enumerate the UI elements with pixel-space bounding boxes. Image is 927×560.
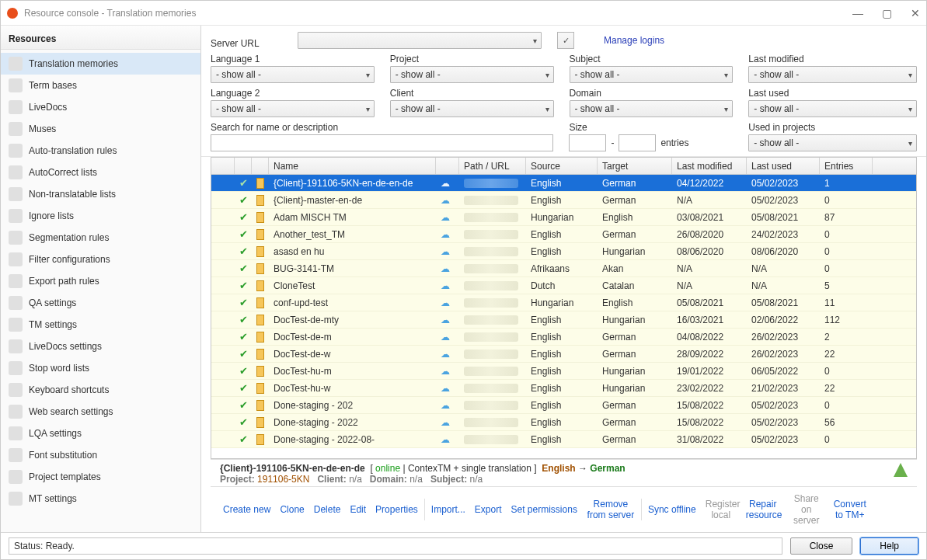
table-row[interactable]: ✔DocTest-de-mty☁EnglishHungarian16/03/20… — [211, 311, 916, 329]
sidebar-item-font-substitution[interactable]: Font substitution — [1, 444, 200, 466]
sidebar-item-label: MT settings — [29, 493, 77, 504]
col-source[interactable]: Source — [526, 158, 598, 174]
sidebar-item-ignore-lists[interactable]: Ignore lists — [1, 205, 200, 227]
client-combo[interactable]: - show all - — [390, 100, 554, 117]
table-row[interactable]: ✔{Client}-master-en-de☁EnglishGermanN/A0… — [211, 192, 916, 209]
cloud-icon: ☁ — [441, 280, 450, 291]
sidebar-item-tm-settings[interactable]: TM settings — [1, 314, 200, 336]
server-url-combo[interactable] — [298, 32, 542, 49]
sidebar-item-label: Filter configurations — [29, 254, 110, 265]
titlebar: Resource console - Translation memories … — [1, 1, 926, 26]
cloud-icon: ☁ — [441, 246, 450, 257]
delete-button[interactable]: Delete — [311, 504, 344, 515]
repair-resource-button[interactable]: Repair resource — [743, 499, 783, 520]
sidebar-item-label: QA settings — [29, 297, 76, 308]
create-new-button[interactable]: Create new — [220, 504, 274, 515]
autotrans-icon — [9, 144, 23, 158]
col-name[interactable]: Name — [269, 158, 436, 174]
col-modified[interactable]: Last modified — [672, 158, 747, 174]
table-row[interactable]: ✔DocTest-hu-m☁EnglishHungarian19/01/2022… — [211, 363, 916, 380]
edit-icon — [256, 349, 264, 360]
checkmark-icon: ✔ — [239, 228, 248, 240]
table-row[interactable]: ✔{Client}-191106-5KN-en-de-en-de☁English… — [211, 175, 916, 192]
set-permissions-button[interactable]: Set permissions — [508, 504, 580, 515]
sidebar-item-muses[interactable]: Muses — [1, 118, 200, 140]
sidebar-item-filter-configurations[interactable]: Filter configurations — [1, 249, 200, 270]
table-row[interactable]: ✔Another_test_TM☁EnglishGerman26/08/2020… — [211, 226, 916, 243]
language2-combo[interactable]: - show all - — [211, 100, 375, 117]
sidebar-item-non-translatable-lists[interactable]: Non-translatable lists — [1, 183, 200, 205]
col-entries[interactable]: Entries — [820, 158, 873, 174]
last-modified-combo[interactable]: - show all - — [748, 66, 917, 83]
col-path[interactable]: Path / URL — [459, 158, 526, 174]
cell-used: 06/05/2022 — [747, 363, 820, 379]
sync-offline-button[interactable]: Sync offline — [645, 504, 699, 515]
sidebar-item-project-templates[interactable]: Project templates — [1, 466, 200, 488]
cell-name: DocTest-hu-w — [269, 380, 436, 396]
table-row[interactable]: ✔Adam MISCH TM☁HungarianEnglish03/08/202… — [211, 209, 916, 226]
sidebar-item-livedocs-settings[interactable]: LiveDocs settings — [1, 336, 200, 357]
cell-used: 05/02/2023 — [747, 192, 820, 208]
convert-to-tmplus-button[interactable]: Convert to TM+ — [830, 499, 870, 520]
col-target[interactable]: Target — [598, 158, 672, 174]
size-to-input[interactable] — [619, 134, 656, 151]
sidebar-item-web-search-settings[interactable]: Web search settings — [1, 401, 200, 423]
edit-button[interactable]: Edit — [347, 504, 369, 515]
col-used[interactable]: Last used — [747, 158, 820, 174]
table-row[interactable]: ✔DocTest-de-w☁EnglishGerman28/09/202226/… — [211, 346, 916, 363]
cloud-icon: ☁ — [441, 383, 450, 394]
repair-icon[interactable] — [894, 463, 908, 477]
table-row[interactable]: ✔conf-upd-test☁HungarianEnglish05/08/202… — [211, 294, 916, 311]
help-button[interactable]: Help — [860, 537, 918, 555]
server-url-confirm-button[interactable]: ✓ — [557, 32, 574, 49]
import-button[interactable]: Import... — [428, 504, 469, 515]
close-icon[interactable]: ✕ — [911, 7, 920, 19]
sidebar-item-export-path-rules[interactable]: Export path rules — [1, 270, 200, 292]
sidebar-item-keyboard-shortcuts[interactable]: Keyboard shortcuts — [1, 379, 200, 401]
sidebar-item-qa-settings[interactable]: QA settings — [1, 292, 200, 314]
used-in-projects-combo[interactable]: - show all - — [748, 134, 917, 151]
table-row[interactable]: ✔asasd en hu☁EnglishHungarian08/06/20200… — [211, 243, 916, 260]
project-combo[interactable]: - show all - — [390, 66, 554, 83]
cell-name: BUG-3141-TM — [269, 260, 436, 277]
minimize-icon[interactable]: — — [852, 7, 863, 19]
cell-target: German — [598, 346, 672, 362]
exportpath-icon — [9, 274, 23, 288]
cell-used: 26/02/2023 — [747, 329, 820, 345]
app-icon — [7, 8, 18, 19]
table-row[interactable]: ✔DocTest-de-m☁EnglishGerman04/08/202226/… — [211, 329, 916, 346]
export-button[interactable]: Export — [472, 504, 505, 515]
cell-name: asasd en hu — [269, 243, 436, 259]
cell-path — [459, 363, 526, 379]
sidebar-item-livedocs[interactable]: LiveDocs — [1, 96, 200, 118]
table-row[interactable]: ✔Done-staging - 202☁EnglishGerman15/08/2… — [211, 397, 916, 414]
maximize-icon[interactable]: ▢ — [882, 7, 892, 19]
size-from-input[interactable] — [569, 134, 606, 151]
last-used-combo[interactable]: - show all - — [748, 100, 917, 117]
sidebar-item-autocorrect-lists[interactable]: AutoCorrect lists — [1, 162, 200, 183]
sidebar-item-translation-memories[interactable]: Translation memories — [1, 53, 200, 75]
sidebar-item-term-bases[interactable]: Term bases — [1, 75, 200, 96]
subject-combo[interactable]: - show all - — [570, 66, 734, 83]
sidebar-item-segmentation-rules[interactable]: Segmentation rules — [1, 227, 200, 249]
table-row[interactable]: ✔Done-staging - 2022-08-☁EnglishGerman31… — [211, 431, 916, 448]
close-button[interactable]: Close — [790, 537, 853, 555]
remove-from-server-button[interactable]: Remove from server — [584, 499, 638, 520]
manage-logins-link[interactable]: Manage logins — [604, 35, 664, 46]
search-input[interactable] — [211, 134, 553, 151]
edit-icon — [256, 263, 264, 274]
language1-combo[interactable]: - show all - — [211, 66, 375, 83]
clone-button[interactable]: Clone — [277, 504, 307, 515]
cell-target: Akan — [598, 260, 672, 277]
properties-button[interactable]: Properties — [372, 504, 421, 515]
table-row[interactable]: ✔CloneTest☁DutchCatalanN/AN/A5 — [211, 277, 916, 294]
sidebar-item-mt-settings[interactable]: MT settings — [1, 488, 200, 510]
sidebar-item-lqa-settings[interactable]: LQA settings — [1, 423, 200, 444]
table-row[interactable]: ✔DocTest-hu-w☁EnglishHungarian23/02/2022… — [211, 380, 916, 397]
domain-combo[interactable]: - show all - — [570, 100, 734, 117]
sidebar-item-stop-word-lists[interactable]: Stop word lists — [1, 357, 200, 379]
cell-target: German — [598, 414, 672, 430]
table-row[interactable]: ✔Done-staging - 2022☁EnglishGerman15/08/… — [211, 414, 916, 431]
table-row[interactable]: ✔BUG-3141-TM☁AfrikaansAkanN/AN/A0 — [211, 260, 916, 277]
sidebar-item-auto-translation-rules[interactable]: Auto-translation rules — [1, 140, 200, 162]
